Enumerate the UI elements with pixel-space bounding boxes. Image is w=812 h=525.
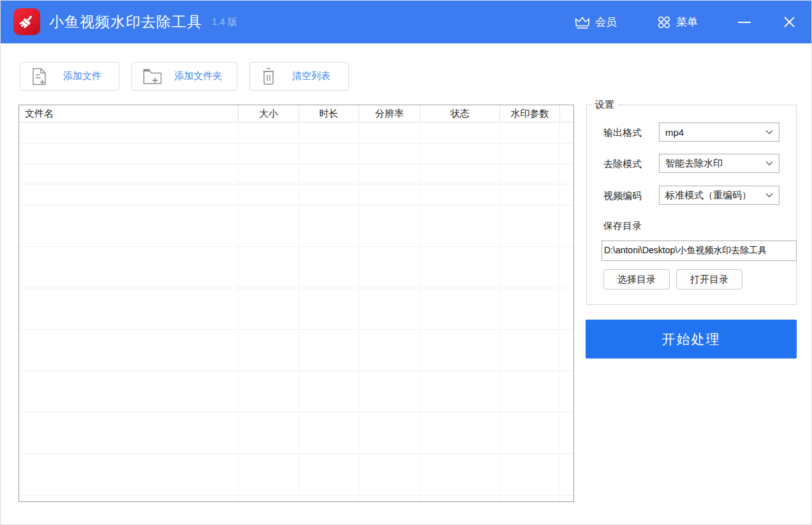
column-header-size: 大小: [239, 105, 299, 122]
remove-mode-select[interactable]: 智能去除水印: [659, 154, 779, 173]
remove-mode-label: 去除模式: [603, 158, 642, 170]
add-file-label: 添加文件: [54, 70, 113, 82]
column-divider: [358, 122, 359, 502]
trash-icon: [260, 67, 277, 86]
video-codec-value: 标准模式（重编码）: [665, 189, 751, 202]
remove-mode-value: 智能去除水印: [665, 158, 723, 170]
titlebar: 小鱼视频水印去除工具 1.4 版 会员 菜单: [1, 1, 811, 43]
minimize-button[interactable]: [733, 1, 756, 43]
video-codec-label: 视频编码: [603, 190, 642, 202]
file-list-header: 文件名 大小 时长 分辨率 状态 水印参数: [19, 105, 573, 122]
output-format-select[interactable]: mp4: [659, 122, 779, 142]
column-header-watermark-params: 水印参数: [500, 105, 560, 122]
add-folder-label: 添加文件夹: [166, 70, 234, 82]
close-icon: [783, 16, 795, 28]
video-codec-select[interactable]: 标准模式（重编码）: [659, 186, 779, 205]
column-header-status: 状态: [420, 105, 500, 122]
member-label: 会员: [595, 15, 617, 29]
column-header-duration: 时长: [299, 105, 359, 122]
column-divider: [299, 122, 299, 502]
save-dir-label: 保存目录: [603, 220, 642, 232]
column-divider: [420, 122, 420, 502]
output-format-label: 输出格式: [603, 127, 642, 139]
chevron-down-icon: [765, 161, 773, 166]
grid-menu-icon: [656, 15, 672, 30]
start-processing-button[interactable]: 开始处理: [586, 320, 797, 359]
file-plus-icon: [31, 67, 48, 86]
member-button[interactable]: 会员: [574, 1, 617, 43]
column-divider: [499, 122, 500, 502]
app-title: 小鱼视频水印去除工具: [49, 1, 202, 43]
menu-label: 菜单: [676, 15, 698, 29]
open-dir-button[interactable]: 打开目录: [676, 269, 742, 290]
file-list-table: 文件名 大小 时长 分辨率 状态 水印参数: [18, 105, 574, 502]
column-header-filename: 文件名: [19, 105, 239, 122]
save-dir-input[interactable]: [602, 240, 797, 261]
app-window: 小鱼视频水印去除工具 1.4 版 会员 菜单: [0, 0, 812, 525]
folder-plus-icon: [142, 68, 163, 85]
output-format-value: mp4: [665, 127, 684, 138]
add-folder-button[interactable]: 添加文件夹: [131, 62, 237, 91]
column-header-stub: [560, 105, 573, 122]
chevron-down-icon: [765, 193, 773, 198]
crown-icon: [574, 15, 591, 29]
menu-button[interactable]: 菜单: [656, 1, 698, 43]
column-divider: [238, 122, 239, 502]
app-logo: [13, 8, 40, 35]
app-version: 1.4 版: [212, 1, 237, 43]
chevron-down-icon: [765, 129, 773, 135]
add-file-button[interactable]: 添加文件: [20, 62, 119, 91]
brush-icon: [18, 13, 36, 31]
column-divider: [559, 122, 560, 502]
file-list-body: [19, 122, 573, 502]
settings-legend: 设置: [592, 99, 617, 111]
settings-group: 设置 输出格式 mp4 去除模式 智能去除水印 视频编码 标准模式（重编码） 保…: [586, 105, 797, 305]
column-header-resolution: 分辨率: [359, 105, 420, 122]
minimize-icon: [738, 22, 751, 23]
choose-dir-button[interactable]: 选择目录: [603, 269, 670, 290]
clear-list-button[interactable]: 清空列表: [249, 62, 349, 91]
close-button[interactable]: [776, 1, 802, 43]
clear-list-label: 清空列表: [283, 70, 342, 82]
